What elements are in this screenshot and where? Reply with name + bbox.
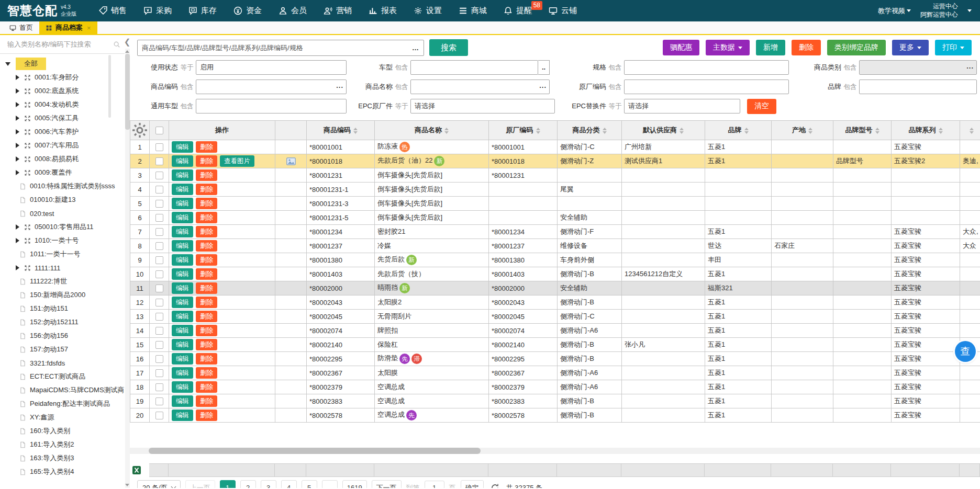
sort-icon[interactable]: [970, 128, 974, 134]
view-image-button[interactable]: 查看图片: [220, 155, 254, 167]
tree-node[interactable]: 150:新增商品2000: [0, 288, 125, 302]
tab-home[interactable]: 首页: [3, 21, 39, 34]
row-checkbox[interactable]: [155, 157, 163, 165]
edit-button[interactable]: 编辑: [172, 353, 193, 365]
caret-collapsed-icon[interactable]: [16, 129, 19, 134]
caret-collapsed-icon[interactable]: [16, 238, 19, 243]
delete-button[interactable]: 删除: [196, 353, 217, 365]
delete-button[interactable]: 删除: [196, 282, 217, 294]
delete-button[interactable]: 删除: [196, 367, 217, 379]
more-button[interactable]: 更多: [892, 40, 929, 55]
tree-node[interactable]: 163:导入类别3: [0, 451, 125, 465]
tree-node[interactable]: 1010:一类十号: [0, 234, 125, 247]
page-button-5[interactable]: 5: [302, 480, 317, 488]
scroll-up-arrow-icon[interactable]: [125, 50, 129, 53]
clear-filters-button[interactable]: 清空: [747, 99, 776, 114]
caret-collapsed-icon[interactable]: [16, 265, 19, 270]
product-image-icon[interactable]: [286, 157, 296, 165]
sort-icon[interactable]: [444, 128, 449, 134]
tree-node[interactable]: 156:勿动156: [0, 329, 125, 343]
delete-button[interactable]: 删除: [196, 141, 217, 153]
caret-collapsed-icon[interactable]: [16, 116, 19, 121]
tree-node[interactable]: 0004:发动机类: [0, 98, 125, 111]
row-checkbox[interactable]: [155, 299, 163, 306]
tree-node[interactable]: 0007:汽车用品: [0, 139, 125, 152]
tree-node[interactable]: 050010:零售用品11: [0, 220, 125, 234]
col-header-origin[interactable]: 产地: [772, 121, 833, 140]
floating-search-button[interactable]: 查: [955, 341, 976, 362]
caret-collapsed-icon[interactable]: [16, 143, 19, 148]
filter-brand-input[interactable]: [859, 79, 977, 94]
tree-node[interactable]: ECT:ECT测试商品: [0, 370, 125, 383]
caret-collapsed-icon[interactable]: [16, 224, 19, 230]
delete-button[interactable]: 删除: [196, 268, 217, 280]
sort-icon[interactable]: [353, 128, 358, 134]
filter-oem-code-input[interactable]: [624, 79, 789, 94]
tab-product-archive[interactable]: 商品档案×: [39, 21, 97, 34]
caret-collapsed-icon[interactable]: [16, 156, 19, 162]
delete-button[interactable]: 删除: [792, 40, 821, 55]
filter-product-category-input[interactable]: [859, 60, 977, 75]
nav-item-inventory[interactable]: 库存: [180, 0, 225, 21]
edit-button[interactable]: 编辑: [172, 381, 193, 393]
global-search-input[interactable]: [142, 44, 412, 52]
tree-node[interactable]: 0008:易损易耗: [0, 152, 125, 166]
caret-collapsed-icon[interactable]: [16, 170, 19, 175]
excel-export-icon[interactable]: [132, 465, 141, 475]
row-checkbox[interactable]: [155, 397, 163, 405]
sort-icon[interactable]: [603, 128, 607, 134]
more-options-button[interactable]: ...: [336, 82, 343, 89]
delete-button[interactable]: 删除: [196, 198, 217, 209]
row-checkbox[interactable]: [155, 242, 163, 250]
page-button-...[interactable]: ...: [322, 480, 338, 488]
edit-button[interactable]: 编辑: [172, 297, 193, 308]
tree-scrollbar-thumb[interactable]: [108, 55, 111, 118]
nav-item-members[interactable]: 会员: [270, 0, 315, 21]
delete-button[interactable]: 删除: [196, 169, 217, 181]
next-page-button[interactable]: 下一页: [372, 480, 402, 488]
row-checkbox[interactable]: [155, 214, 163, 222]
sort-icon[interactable]: [680, 128, 684, 134]
nav-item-settings[interactable]: 设置: [405, 0, 450, 21]
col-header-supplier[interactable]: 默认供应商: [622, 121, 705, 140]
tree-node[interactable]: 020:test: [0, 207, 125, 220]
delete-button[interactable]: 删除: [196, 410, 217, 421]
filter-spec-input[interactable]: [624, 60, 789, 75]
tree-node[interactable]: 0010:特殊属性测试类别ssss: [0, 179, 125, 193]
edit-button[interactable]: 编辑: [172, 212, 193, 223]
nav-item-mall[interactable]: 商城: [450, 0, 495, 21]
row-checkbox[interactable]: [155, 355, 163, 363]
edit-button[interactable]: 编辑: [172, 410, 193, 421]
row-checkbox[interactable]: [155, 341, 163, 349]
edit-button[interactable]: 编辑: [172, 254, 193, 266]
filter-epc-oem-select[interactable]: 请选择: [410, 99, 555, 113]
more-options-button[interactable]: ...: [539, 82, 547, 89]
tree-node[interactable]: 3321:fdsfds: [0, 356, 125, 370]
edit-button[interactable]: 编辑: [172, 184, 193, 195]
search-button[interactable]: 搜索: [429, 39, 468, 56]
nav-item-funds[interactable]: 资金: [225, 0, 270, 21]
more-options-button[interactable]: ..: [538, 60, 550, 75]
row-checkbox[interactable]: [155, 313, 163, 321]
nav-item-reports[interactable]: 报表: [360, 0, 405, 21]
tree-node[interactable]: 0002:底盘系统: [0, 84, 125, 98]
col-header-category[interactable]: 商品分类: [558, 121, 622, 140]
page-button-2[interactable]: 2: [240, 480, 256, 488]
sort-icon[interactable]: [744, 128, 749, 134]
delete-button[interactable]: 删除: [196, 325, 217, 336]
page-button-4[interactable]: 4: [281, 480, 297, 488]
master-data-button[interactable]: 主数据: [706, 40, 750, 55]
tree-node[interactable]: 全部: [0, 57, 125, 71]
edit-button[interactable]: 编辑: [172, 282, 193, 294]
row-checkbox[interactable]: [155, 143, 163, 151]
filter-product-code-input[interactable]: [196, 79, 347, 94]
col-header-code[interactable]: 商品编码: [307, 121, 375, 140]
tree-node[interactable]: 157:勿动157: [0, 343, 125, 356]
tree-node[interactable]: 160:导入类别: [0, 424, 125, 438]
page-button-1619[interactable]: 1619: [342, 480, 367, 488]
row-checkbox[interactable]: [155, 200, 163, 208]
close-icon[interactable]: ×: [87, 24, 91, 32]
delete-button[interactable]: 删除: [196, 226, 217, 237]
horizontal-scrollbar[interactable]: [130, 448, 980, 454]
col-header-series[interactable]: 品牌系列: [892, 121, 960, 140]
